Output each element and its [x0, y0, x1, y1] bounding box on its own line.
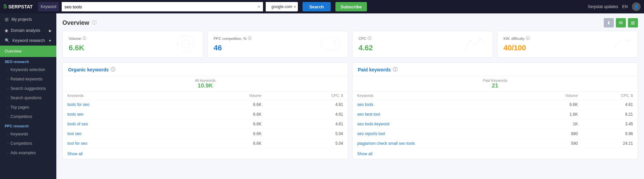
- sidebar-label-overview: Overview: [5, 49, 21, 54]
- paid-keyword-cell[interactable]: seo tools: [353, 100, 526, 110]
- paid-info-icon[interactable]: ⓘ: [393, 67, 397, 73]
- sidebar-item-related-keywords[interactable]: · Related keywords: [0, 74, 56, 84]
- organic-cpc-cell: 5.04: [266, 139, 348, 148]
- svg-point-6: [334, 41, 336, 43]
- table-row: tools for seo 6.6K 4.61: [63, 100, 348, 110]
- organic-volume-cell: 6.6K: [183, 110, 266, 119]
- paid-cpc-cell: 3.45: [583, 119, 638, 129]
- paid-col-cpc: CPC, $: [583, 92, 638, 100]
- sidebar-item-search-suggestions[interactable]: · Search suggestions: [0, 84, 56, 93]
- search-input-wrap: ✕: [62, 2, 263, 11]
- paid-keywords-value: 21: [492, 82, 498, 89]
- sidebar-label-ppc-keywords: Keywords: [10, 132, 28, 136]
- ppc-info-icon[interactable]: ⓘ: [248, 36, 252, 41]
- search-button[interactable]: Search: [303, 2, 330, 11]
- bullet-icon-7: ·: [7, 132, 8, 136]
- sidebar-item-search-questions[interactable]: · Search questions: [0, 93, 56, 103]
- organic-keyword-cell[interactable]: tool for seo: [63, 139, 183, 148]
- search-type-select[interactable]: Keyword: [38, 2, 59, 11]
- sidebar-label-ads-examples: Ads examples: [10, 151, 36, 155]
- domain-icon: ◉: [5, 28, 8, 33]
- overview-header: Overview ⓘ ⬇ ✉ ⊞: [56, 13, 644, 31]
- volume-info-icon[interactable]: ⓘ: [83, 36, 86, 41]
- organic-keyword-cell[interactable]: tools seo: [63, 110, 183, 119]
- organic-cpc-cell: 4.61: [266, 119, 348, 129]
- all-keywords-label: All keywords: [195, 78, 216, 82]
- page-title: Overview: [62, 19, 89, 26]
- organic-keyword-cell[interactable]: tools of seo: [63, 119, 183, 129]
- organic-cpc-cell: 4.61: [266, 100, 348, 110]
- organic-volume-cell: 6.6K: [183, 119, 266, 129]
- paid-keyword-cell[interactable]: seo reports tool: [353, 129, 526, 139]
- sidebar: ⊞ My projects ◉ Domain analysis ▶ 🔍 Keyw…: [0, 13, 56, 179]
- share-button[interactable]: ✉: [616, 18, 626, 27]
- cpc-info-icon[interactable]: ⓘ: [368, 36, 371, 41]
- paid-col-keywords: Keywords: [353, 92, 526, 100]
- organic-col-cpc: CPC, $: [266, 92, 348, 100]
- chevron-right-icon: ▶: [49, 29, 52, 33]
- paid-keywords-table: Keywords Volume CPC, $ seo tools 6.6K 4.…: [353, 92, 638, 148]
- metric-card-ppc: PPC competition, % ⓘ 46: [207, 31, 348, 58]
- avatar[interactable]: 👤: [632, 2, 641, 11]
- organic-keywords-table: Keywords Volume CPC, $ tools for seo 6.6…: [63, 92, 348, 148]
- organic-keyword-cell[interactable]: tools for seo: [63, 100, 183, 110]
- paid-cpc-cell: 8.21: [583, 110, 638, 119]
- table-row: tools seo 6.6K 4.61: [63, 110, 348, 119]
- sidebar-item-keyword-research[interactable]: 🔍 Keyword research ▼: [0, 36, 56, 46]
- sidebar-label-my-projects: My projects: [11, 17, 32, 22]
- svg-point-4: [320, 37, 340, 51]
- sidebar-item-ppc-competitors[interactable]: · Competitors: [0, 139, 56, 148]
- paid-show-all-link[interactable]: Show all: [357, 152, 372, 156]
- bullet-icon-4: ·: [7, 96, 8, 100]
- paid-keyword-cell[interactable]: seo tools keyword: [353, 119, 526, 129]
- organic-show-all-link[interactable]: Show all: [67, 152, 83, 156]
- sidebar-item-competitors[interactable]: · Competitors: [0, 112, 56, 121]
- organic-keywords-title: Organic keywords: [68, 67, 109, 72]
- sidebar-item-ppc-keywords[interactable]: · Keywords: [0, 129, 56, 139]
- updates-label: Serpstat updates: [588, 4, 618, 9]
- svg-point-9: [626, 39, 628, 42]
- sidebar-label-search-suggestions: Search suggestions: [10, 86, 46, 91]
- export-button[interactable]: ⊞: [628, 18, 638, 27]
- organic-keyword-cell[interactable]: tool seo: [63, 129, 183, 139]
- organic-volume-cell: 6.6K: [183, 139, 266, 148]
- sidebar-label-related-keywords: Related keywords: [10, 77, 42, 81]
- paid-volume-cell: 590: [526, 139, 583, 148]
- sidebar-item-overview[interactable]: Overview: [0, 46, 56, 57]
- paid-volume-cell: 1K: [526, 119, 583, 129]
- kw-info-icon[interactable]: ⓘ: [526, 36, 530, 41]
- sidebar-item-ads-examples[interactable]: · Ads examples: [0, 148, 56, 158]
- topbar-right: Serpstat updates EN 👤: [588, 2, 641, 11]
- organic-keywords-meta: All keywords 10.9K: [63, 76, 348, 92]
- search-input[interactable]: [62, 2, 255, 11]
- clear-icon[interactable]: ✕: [255, 4, 263, 9]
- projects-icon: ⊞: [5, 17, 9, 22]
- paid-keyword-cell[interactable]: plagiarism check small seo tools: [353, 139, 526, 148]
- subscribe-button[interactable]: Subscribe: [335, 2, 367, 11]
- logo-icon: S: [3, 4, 7, 10]
- overview-info-icon[interactable]: ⓘ: [92, 20, 97, 26]
- sidebar-label-keyword-research: Keyword research: [12, 38, 45, 43]
- sidebar-item-keywords-selection[interactable]: · Keywords selection: [0, 65, 56, 74]
- organic-col-keywords: Keywords: [63, 92, 183, 100]
- sidebar-label-search-questions: Search questions: [10, 96, 42, 100]
- svg-point-8: [479, 38, 481, 40]
- sidebar-item-top-pages[interactable]: · Top pages: [0, 103, 56, 112]
- paid-keyword-cell[interactable]: seo best tool: [353, 110, 526, 119]
- paid-keywords-label: Paid Keywords: [483, 78, 507, 82]
- organic-info-icon[interactable]: ⓘ: [111, 67, 115, 73]
- table-row: plagiarism check small seo tools 590 24.…: [353, 139, 638, 148]
- paid-keywords-meta: Paid Keywords 21: [353, 76, 638, 92]
- sidebar-item-my-projects[interactable]: ⊞ My projects: [0, 13, 56, 25]
- paid-cpc-cell: 4.61: [583, 100, 638, 110]
- organic-show-all-row: Show all: [63, 148, 348, 159]
- sidebar-item-domain-analysis[interactable]: ◉ Domain analysis ▶: [0, 25, 56, 36]
- metric-cards: Volume ⓘ 6.6K PPC competition, % ⓘ: [56, 31, 644, 62]
- domain-select[interactable]: google.com: [269, 2, 298, 11]
- language-select[interactable]: EN: [622, 4, 628, 9]
- keyword-icon: 🔍: [5, 38, 10, 43]
- download-button[interactable]: ⬇: [604, 18, 614, 27]
- paid-volume-cell: 1.6K: [526, 110, 583, 119]
- bullet-icon: ·: [7, 67, 8, 72]
- sidebar-label-competitors: Competitors: [10, 114, 32, 119]
